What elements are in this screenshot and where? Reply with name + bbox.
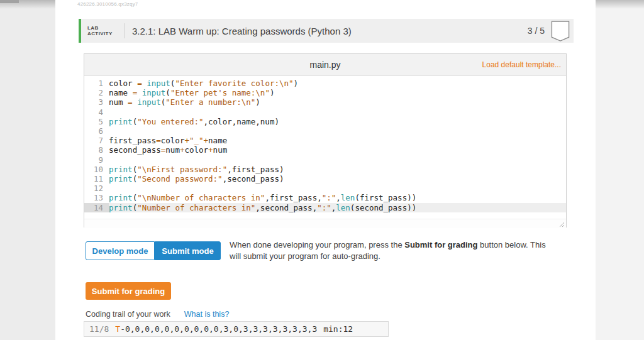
code-line[interactable]: 13print("\nNumber of characters in",firs…: [84, 193, 566, 202]
instructions-before: When done developing your program, press…: [230, 240, 404, 250]
line-code: print("\nNumber of characters in",first_…: [109, 193, 566, 202]
code-area[interactable]: 1color = input("Enter favorite color:\n"…: [84, 76, 566, 219]
line-number: 1: [84, 79, 109, 88]
code-line[interactable]: 12: [84, 184, 566, 193]
code-line[interactable]: 8second_pass=num+color+num: [84, 145, 566, 155]
code-editor: main.py Load default template... 1color …: [84, 53, 567, 228]
activity-title: 3.2.1: LAB Warm up: Creating passwords (…: [132, 26, 528, 36]
line-number: 7: [84, 136, 109, 145]
code-line[interactable]: 3num = input("Enter a number:\n"): [84, 97, 566, 107]
line-number: 10: [84, 165, 109, 174]
line-code: color = input("Enter favorite color:\n"): [109, 79, 566, 88]
line-code: print("Number of characters in",second_p…: [109, 203, 566, 212]
trail-min: min:12: [323, 324, 353, 334]
mode-toggle: Develop mode Submit mode: [86, 241, 221, 260]
line-code: print("Second password:",second_pass): [109, 174, 566, 184]
filename-label: main.py: [309, 60, 340, 70]
code-line[interactable]: 14print("Number of characters in",second…: [84, 203, 566, 212]
trail-t-prefix: T: [115, 324, 120, 334]
code-line[interactable]: 11print("Second password:",second_pass): [84, 174, 566, 184]
code-line[interactable]: 4: [84, 107, 566, 117]
editor-resize-strip: [84, 219, 566, 228]
instructions-bold: Submit for grading: [404, 240, 477, 250]
line-number: 8: [84, 145, 109, 155]
line-code: second_pass=num+color+num: [109, 145, 566, 155]
line-code: print("\nFirst password:",first_pass): [109, 165, 566, 174]
line-number: 14: [84, 203, 109, 212]
bookmark-icon[interactable]: [551, 21, 570, 41]
header-divider: [124, 23, 125, 38]
line-number: 9: [84, 155, 109, 165]
coding-trail-row: Coding trail of your work What is this?: [86, 310, 229, 319]
line-number: 3: [84, 97, 109, 107]
line-number: 6: [84, 126, 109, 136]
coding-trail-label: Coding trail of your work: [86, 310, 170, 319]
kicker-line-1: LAB: [87, 25, 123, 31]
instructions-text: When done developing your program, press…: [230, 239, 552, 262]
line-code: [109, 155, 566, 165]
score-indicator: 3 / 5: [528, 26, 545, 36]
line-code: [109, 107, 566, 117]
document-id: 426226.3010056.qx3zqy7: [77, 1, 138, 7]
submit-mode-button[interactable]: Submit mode: [155, 241, 221, 260]
line-code: num = input("Enter a number:\n"): [109, 97, 566, 107]
line-number: 11: [84, 174, 109, 184]
lab-activity-header: LAB ACTIVITY 3.2.1: LAB Warm up: Creatin…: [79, 19, 574, 43]
page-right-margin: [596, 0, 644, 340]
line-code: [109, 126, 566, 136]
code-line[interactable]: 10print("\nFirst password:",first_pass): [84, 165, 566, 174]
code-line[interactable]: 7first_pass=color+"_"+name: [84, 136, 566, 145]
what-is-this-link[interactable]: What is this?: [184, 310, 230, 319]
load-default-template-link[interactable]: Load default template...: [482, 54, 561, 75]
line-number: 12: [84, 184, 109, 193]
page-left-margin: [0, 0, 55, 340]
trail-values: -0,0,0,0,0,0,0,0,0,0,3,0,3,3,3,3,3,3,3,3: [120, 324, 317, 334]
line-code: first_pass=color+"_"+name: [109, 136, 566, 145]
editor-header: main.py Load default template...: [84, 54, 566, 76]
content-card: 426226.3010056.qx3zqy7 LAB ACTIVITY 3.2.…: [55, 0, 596, 340]
kicker-line-2: ACTIVITY: [87, 31, 123, 36]
resize-grip-icon[interactable]: [558, 221, 565, 228]
code-line[interactable]: 9: [84, 155, 566, 165]
coding-trail-box: 11/8 T -0,0,0,0,0,0,0,0,0,0,3,0,3,3,3,3,…: [84, 321, 389, 337]
lab-activity-kicker: LAB ACTIVITY: [87, 25, 123, 36]
code-line[interactable]: 6: [84, 126, 566, 136]
code-line[interactable]: 2name = input("Enter pet's name:\n"): [84, 88, 566, 97]
line-code: print("You entered:",color,name,num): [109, 117, 566, 126]
code-lines: 1color = input("Enter favorite color:\n"…: [84, 79, 566, 212]
line-code: name = input("Enter pet's name:\n"): [109, 88, 566, 97]
top-left-strip: [0, 0, 19, 3]
submit-for-grading-button[interactable]: Submit for grading: [86, 282, 171, 300]
line-number: 5: [84, 117, 109, 126]
line-code: [109, 184, 566, 193]
code-line[interactable]: 1color = input("Enter favorite color:\n"…: [84, 79, 566, 88]
line-number: 2: [84, 88, 109, 97]
code-line[interactable]: 5print("You entered:",color,name,num): [84, 117, 566, 126]
trail-ratio: 11/8: [89, 324, 109, 334]
line-number: 4: [84, 107, 109, 117]
develop-mode-button[interactable]: Develop mode: [86, 241, 155, 260]
line-number: 13: [84, 193, 109, 202]
